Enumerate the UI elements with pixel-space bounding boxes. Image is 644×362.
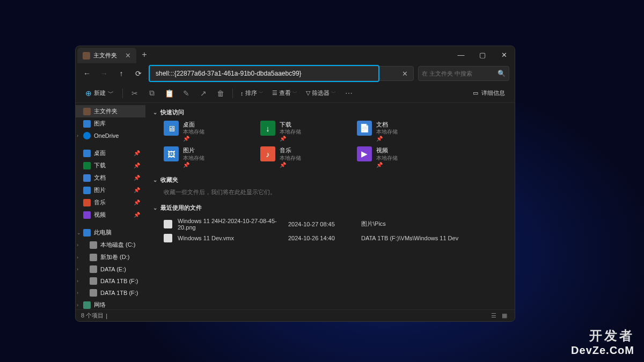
- sidebar-item-videos[interactable]: 视频📌: [76, 209, 145, 221]
- quick-access-item[interactable]: 🖼图片本地存储📌: [164, 146, 250, 168]
- pin-icon[interactable]: 📌: [134, 175, 140, 181]
- delete-button[interactable]: 🗑: [213, 86, 228, 101]
- sidebar-item-onedrive[interactable]: ›OneDrive: [76, 130, 145, 142]
- disk-icon: [90, 289, 97, 297]
- pin-icon[interactable]: 📌: [134, 187, 140, 193]
- copy-button[interactable]: ⧉: [144, 86, 159, 101]
- pin-icon[interactable]: 📌: [134, 150, 140, 156]
- file-icon: [164, 220, 172, 228]
- recent-header[interactable]: ⌄最近使用的文件: [153, 204, 507, 212]
- sidebar: 主文件夹 图库 ›OneDrive 桌面📌 下载📌 文档📌 图片📌 音乐📌 视频…: [76, 103, 145, 309]
- plus-icon: ⊕: [85, 89, 92, 98]
- quick-access-item[interactable]: ▶视频本地存储📌: [357, 146, 443, 168]
- sidebar-item-drive[interactable]: ›DATA 1TB (F:): [76, 287, 145, 299]
- sidebar-item-pictures[interactable]: 图片📌: [76, 184, 145, 196]
- file-explorer-window: 主文件夹 ✕ + — ▢ ✕ ← → ↑ ⟳ ✕ 🔍 ⊕ 新: [75, 46, 515, 322]
- pin-icon[interactable]: 📌: [134, 200, 140, 205]
- recent-file-row[interactable]: Windows 11 Dev.vmx2024-10-26 14:40DATA 1…: [164, 232, 507, 244]
- sidebar-item-music[interactable]: 音乐📌: [76, 196, 145, 209]
- chevron-right-icon[interactable]: ›: [77, 267, 78, 272]
- forward-button[interactable]: →: [98, 69, 110, 78]
- sidebar-item-drive[interactable]: ›DATA 1TB (F:): [76, 275, 145, 287]
- folder-icon: 🖥: [164, 121, 179, 136]
- chevron-down-icon: ﹀: [108, 89, 114, 97]
- search-bar[interactable]: 🔍: [418, 66, 509, 81]
- rename-button[interactable]: ✎: [179, 86, 194, 101]
- chevron-right-icon[interactable]: ›: [77, 278, 78, 284]
- back-button[interactable]: ←: [81, 69, 93, 78]
- sidebar-item-drive[interactable]: ›新加卷 (D:): [76, 251, 145, 263]
- pin-icon: 📌: [280, 135, 301, 142]
- tab-home[interactable]: 主文件夹 ✕: [77, 48, 136, 63]
- disk-icon: [90, 241, 97, 249]
- folder-icon: ↓: [260, 121, 275, 136]
- disk-icon: [90, 265, 97, 273]
- filter-button[interactable]: ▽ 筛选器 ﹀: [303, 87, 339, 99]
- quick-access-item[interactable]: ↓下载本地存储📌: [260, 121, 346, 142]
- chevron-right-icon[interactable]: ›: [77, 255, 78, 260]
- video-icon: [83, 211, 91, 219]
- watermark: 开发者 DevZe.CoM: [571, 327, 634, 357]
- chevron-right-icon[interactable]: ›: [77, 290, 78, 295]
- cut-button[interactable]: ✂: [127, 86, 142, 101]
- details-pane-button[interactable]: ▭ 详细信息: [469, 87, 509, 99]
- up-button[interactable]: ↑: [115, 69, 127, 78]
- titlebar: 主文件夹 ✕ + — ▢ ✕: [76, 46, 515, 63]
- folder-icon: 🖼: [164, 146, 179, 161]
- quick-access-item[interactable]: 📄文档本地存储📌: [357, 121, 443, 142]
- search-input[interactable]: [422, 70, 497, 77]
- address-input[interactable]: [153, 70, 400, 77]
- more-button[interactable]: ⋯: [341, 86, 356, 101]
- pin-icon: 📌: [183, 161, 204, 168]
- onedrive-icon: [83, 132, 91, 139]
- view-list-button[interactable]: ☰: [489, 312, 499, 320]
- quick-access-item[interactable]: ♪音乐本地存储📌: [260, 146, 346, 168]
- minimize-button[interactable]: —: [450, 46, 472, 63]
- sidebar-item-home[interactable]: 主文件夹: [76, 105, 145, 117]
- quick-access-item[interactable]: 🖥桌面本地存储📌: [164, 121, 250, 142]
- folder-icon: ▶: [357, 146, 372, 161]
- chevron-right-icon[interactable]: ›: [77, 242, 78, 248]
- sidebar-item-this-pc[interactable]: ⌄此电脑: [76, 226, 145, 239]
- recent-file-row[interactable]: Windows 11 24H2-2024-10-27-08-45-20.png2…: [164, 216, 507, 232]
- sidebar-item-documents[interactable]: 文档📌: [76, 172, 145, 184]
- share-button[interactable]: ↗: [196, 86, 211, 101]
- view-grid-button[interactable]: ▦: [500, 312, 509, 320]
- sidebar-item-network[interactable]: ›网络: [76, 299, 145, 309]
- pin-icon[interactable]: 📌: [134, 162, 140, 168]
- address-bar[interactable]: ✕: [150, 66, 414, 81]
- content-area: ⌄快速访问 🖥桌面本地存储📌↓下载本地存储📌📄文档本地存储📌🖼图片本地存储📌♪音…: [145, 103, 515, 309]
- address-clear-icon[interactable]: ✕: [400, 70, 410, 78]
- chevron-down-icon[interactable]: ⌄: [77, 230, 81, 235]
- sidebar-item-gallery[interactable]: 图库: [76, 117, 145, 130]
- item-count: 8 个项目: [81, 312, 104, 320]
- sidebar-item-drive[interactable]: ›本地磁盘 (C:): [76, 239, 145, 251]
- sort-button[interactable]: ↕ 排序 ﹀: [237, 87, 267, 99]
- chevron-right-icon[interactable]: ›: [77, 133, 78, 138]
- sidebar-item-downloads[interactable]: 下载📌: [76, 159, 145, 172]
- sidebar-item-drive[interactable]: ›DATA (E:): [76, 263, 145, 275]
- new-button[interactable]: ⊕ 新建 ﹀: [81, 87, 118, 100]
- favorites-header[interactable]: ⌄收藏夹: [153, 176, 507, 184]
- paste-button[interactable]: 📋: [162, 86, 177, 101]
- section-recent: ⌄最近使用的文件 Windows 11 24H2-2024-10-27-08-4…: [153, 204, 507, 244]
- quick-access-header[interactable]: ⌄快速访问: [153, 108, 507, 116]
- close-button[interactable]: ✕: [493, 46, 515, 63]
- chevron-right-icon[interactable]: ›: [77, 302, 78, 308]
- nav-bar: ← → ↑ ⟳ ✕ 🔍: [76, 63, 515, 84]
- section-favorites: ⌄收藏夹 收藏一些文件后，我们将在此处显示它们。: [153, 176, 507, 196]
- details-icon: ▭: [473, 90, 478, 97]
- pin-icon[interactable]: 📌: [134, 212, 140, 218]
- sidebar-item-desktop[interactable]: 桌面📌: [76, 147, 145, 159]
- maximize-button[interactable]: ▢: [472, 46, 493, 63]
- tab-close-icon[interactable]: ✕: [125, 51, 131, 60]
- toolbar: ⊕ 新建 ﹀ ✂ ⧉ 📋 ✎ ↗ 🗑 ↕ 排序 ﹀ ☰ 查看 ﹀ ▽ 筛选器 ﹀…: [76, 84, 515, 103]
- section-quick-access: ⌄快速访问 🖥桌面本地存储📌↓下载本地存储📌📄文档本地存储📌🖼图片本地存储📌♪音…: [153, 108, 507, 168]
- gallery-icon: [83, 120, 91, 128]
- view-button[interactable]: ☰ 查看 ﹀: [269, 87, 301, 99]
- folder-icon: ♪: [260, 146, 275, 161]
- refresh-button[interactable]: ⟳: [133, 69, 144, 78]
- sort-icon: ↕: [240, 90, 244, 97]
- new-tab-button[interactable]: +: [136, 46, 152, 63]
- network-icon: [83, 301, 91, 309]
